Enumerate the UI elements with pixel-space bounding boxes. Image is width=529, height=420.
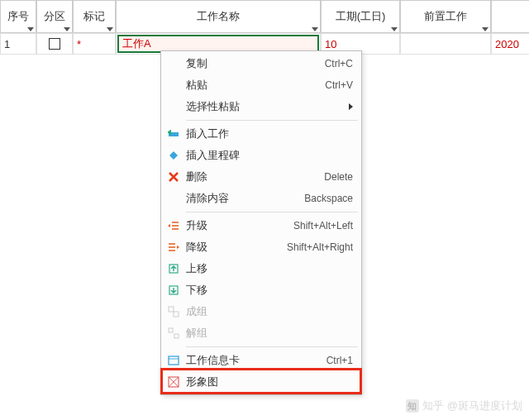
menu-insert-task-label: 插入工作 [186, 126, 353, 141]
menu-clear[interactable]: 清除内容 Backspace [161, 188, 361, 209]
col-duration[interactable]: 工期(工日) [321, 0, 400, 33]
cell-extra[interactable]: 2020 [491, 33, 529, 55]
menu-ungroup: 解组 [161, 322, 361, 344]
watermark: 知 知乎 @斑马进度计划 [406, 399, 522, 413]
outdent-icon [161, 215, 186, 236]
col-duration-label: 工期(工日) [336, 9, 386, 24]
col-name-label: 工作名称 [197, 9, 240, 24]
col-seq[interactable]: 序号 [0, 0, 36, 33]
grid-header: 序号 分区 标记 工作名称 工期(工日) 前置工作 [0, 0, 529, 33]
cell-mark[interactable]: * [73, 33, 116, 55]
svg-rect-5 [169, 328, 173, 332]
menu-move-down[interactable]: 下移 [161, 279, 361, 301]
menu-move-up-label: 上移 [186, 261, 353, 276]
ungroup-icon [161, 322, 186, 344]
cell-predecessor[interactable] [400, 33, 491, 55]
col-extra[interactable] [491, 0, 529, 33]
blank-icon [161, 53, 186, 74]
menu-move-down-label: 下移 [186, 283, 353, 298]
insert-task-icon [161, 123, 186, 145]
col-partition[interactable]: 分区 [36, 0, 73, 33]
menu-separator [186, 212, 358, 212]
menu-separator [186, 120, 358, 121]
menu-info-card-shortcut: Ctrl+1 [326, 355, 353, 366]
svg-rect-3 [169, 307, 174, 312]
menu-insert-milestone-label: 插入里程碑 [186, 148, 353, 163]
menu-delete-label: 删除 [186, 169, 317, 184]
menu-group-label: 成组 [186, 304, 353, 319]
col-mark[interactable]: 标记 [73, 0, 116, 33]
dropdown-icon [107, 27, 113, 31]
menu-delete[interactable]: 删除 Delete [161, 166, 361, 188]
menu-insert-milestone[interactable]: 插入里程碑 [161, 145, 361, 166]
menu-paste-special[interactable]: 选择性粘贴 [161, 96, 361, 117]
svg-rect-7 [169, 356, 179, 365]
col-name[interactable]: 工作名称 [116, 0, 321, 33]
move-up-icon [161, 258, 186, 279]
watermark-author: @斑马进度计划 [447, 399, 522, 413]
menu-shape[interactable]: 形象图 [161, 371, 361, 393]
menu-shape-label: 形象图 [186, 375, 353, 389]
col-partition-label: 分区 [44, 9, 65, 24]
submenu-arrow-icon [349, 103, 353, 110]
dropdown-icon [27, 27, 34, 31]
menu-copy-label: 复制 [186, 56, 318, 71]
menu-ungroup-label: 解组 [186, 326, 353, 341]
dropdown-icon [312, 27, 318, 31]
col-mark-label: 标记 [83, 9, 105, 24]
menu-indent[interactable]: 降级 Shift+Alt+Right [161, 236, 361, 258]
menu-move-up[interactable]: 上移 [161, 258, 361, 279]
partition-checkbox[interactable] [49, 38, 60, 50]
menu-paste[interactable]: 粘贴 Ctrl+V [161, 74, 361, 96]
watermark-site: 知乎 [422, 399, 444, 413]
menu-paste-label: 粘贴 [186, 78, 318, 93]
dropdown-icon [482, 27, 488, 31]
menu-paste-shortcut: Ctrl+V [325, 79, 353, 91]
menu-outdent[interactable]: 升级 Shift+Alt+Left [161, 215, 361, 236]
dropdown-icon [64, 27, 70, 31]
menu-outdent-shortcut: Shift+Alt+Left [293, 220, 353, 231]
menu-group: 成组 [161, 301, 361, 322]
cell-seq[interactable]: 1 [0, 33, 36, 55]
menu-insert-task[interactable]: 插入工作 [161, 123, 361, 145]
col-predecessor[interactable]: 前置工作 [400, 0, 491, 33]
zhihu-logo-icon: 知 [406, 399, 419, 413]
move-down-icon [161, 279, 186, 301]
task-grid: 序号 分区 标记 工作名称 工期(工日) 前置工作 1 * 工作A 10 202… [0, 0, 529, 55]
task-name-value: 工作A [122, 36, 151, 51]
menu-separator [186, 346, 358, 347]
menu-info-card[interactable]: 工作信息卡 Ctrl+1 [161, 350, 361, 371]
menu-clear-shortcut: Backspace [304, 193, 353, 204]
cell-partition[interactable] [36, 33, 73, 55]
context-menu: 复制 Ctrl+C 粘贴 Ctrl+V 选择性粘贴 插入工作 插入里程碑 删除 … [160, 50, 362, 395]
delete-icon [161, 166, 186, 188]
menu-copy[interactable]: 复制 Ctrl+C [161, 53, 361, 74]
shape-icon [161, 371, 186, 393]
blank-icon [161, 96, 186, 117]
group-icon [161, 301, 186, 322]
menu-info-card-label: 工作信息卡 [186, 353, 320, 368]
indent-icon [161, 236, 186, 258]
svg-rect-6 [174, 334, 179, 338]
col-predecessor-label: 前置工作 [424, 9, 467, 24]
menu-delete-shortcut: Delete [324, 171, 353, 183]
insert-milestone-icon [161, 145, 186, 166]
menu-indent-label: 降级 [186, 240, 280, 255]
menu-paste-special-label: 选择性粘贴 [186, 99, 342, 114]
svg-rect-4 [174, 312, 179, 317]
dropdown-icon [391, 27, 398, 31]
blank-icon [161, 188, 186, 209]
menu-clear-label: 清除内容 [186, 191, 298, 206]
menu-copy-shortcut: Ctrl+C [325, 58, 353, 69]
info-card-icon [161, 350, 186, 371]
blank-icon [161, 74, 186, 96]
menu-indent-shortcut: Shift+Alt+Right [287, 241, 353, 253]
col-seq-label: 序号 [7, 9, 29, 24]
menu-outdent-label: 升级 [186, 218, 287, 233]
